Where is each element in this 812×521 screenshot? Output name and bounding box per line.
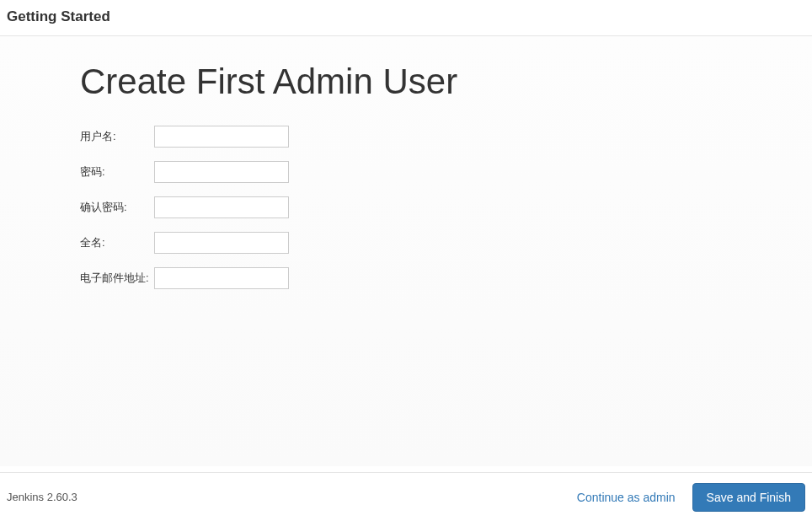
- fullname-label: 全名:: [80, 235, 154, 250]
- save-and-finish-button[interactable]: Save and Finish: [692, 483, 805, 512]
- password-input[interactable]: [154, 161, 289, 183]
- form-row-email: 电子邮件地址:: [80, 267, 812, 289]
- content-area: Create First Admin User 用户名: 密码: 确认密码: 全…: [0, 36, 812, 466]
- form-row-password: 密码:: [80, 161, 812, 183]
- form-row-username: 用户名:: [80, 126, 812, 148]
- continue-as-admin-button[interactable]: Continue as admin: [577, 491, 676, 504]
- username-input[interactable]: [154, 126, 289, 148]
- username-label: 用户名:: [80, 129, 154, 144]
- version-text: Jenkins 2.60.3: [7, 491, 77, 503]
- footer: Jenkins 2.60.3 Continue as admin Save an…: [0, 472, 812, 521]
- email-label: 电子邮件地址:: [80, 271, 154, 286]
- password-label: 密码:: [80, 164, 154, 180]
- confirm-password-input[interactable]: [154, 196, 289, 218]
- page-title: Create First Admin User: [80, 62, 812, 102]
- form-row-confirm-password: 确认密码:: [80, 196, 812, 218]
- header-title: Getting Started: [7, 8, 805, 25]
- fullname-input[interactable]: [154, 232, 289, 254]
- header: Getting Started: [0, 0, 812, 36]
- footer-buttons: Continue as admin Save and Finish: [577, 483, 805, 512]
- email-input[interactable]: [154, 267, 289, 289]
- form-row-fullname: 全名:: [80, 232, 812, 254]
- confirm-password-label: 确认密码:: [80, 200, 154, 215]
